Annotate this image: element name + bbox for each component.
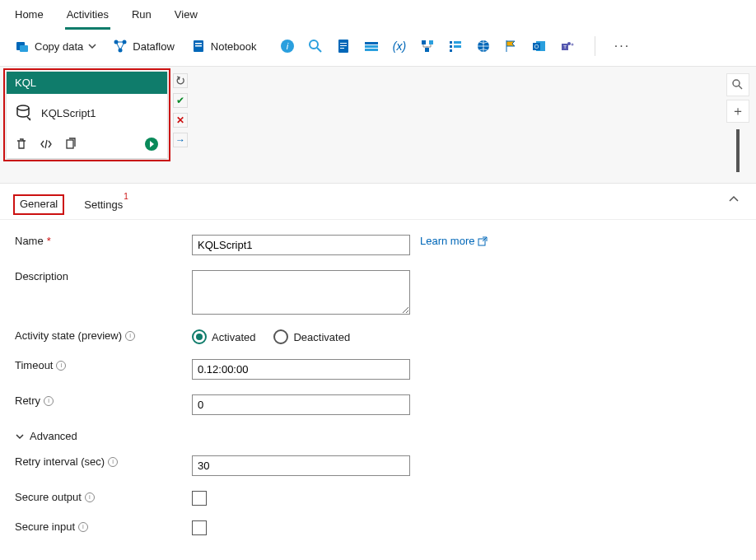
activity-state-label: Activity state (preview) i <box>15 329 192 342</box>
secure-output-checkbox[interactable] <box>192 491 207 506</box>
canvas-search-button[interactable] <box>726 73 749 96</box>
retry-label: Retry i <box>15 394 192 407</box>
toolbar-separator <box>595 36 595 56</box>
run-icon[interactable] <box>144 137 159 152</box>
success-icon[interactable]: ✔ <box>173 93 188 108</box>
details-tab-bar: General Settings1 <box>0 184 756 220</box>
svg-point-36 <box>17 105 29 110</box>
learn-more-link[interactable]: Learn more <box>420 235 488 247</box>
retry-interval-label: Retry interval (sec) i <box>15 455 192 468</box>
svg-text:(x): (x) <box>392 40 405 53</box>
svg-point-10 <box>310 40 318 49</box>
svg-rect-26 <box>454 45 461 48</box>
tab-general[interactable]: General <box>13 194 64 215</box>
svg-point-33 <box>571 44 573 46</box>
list-icon[interactable] <box>448 39 463 54</box>
svg-rect-27 <box>450 49 452 52</box>
tab-settings-badge: 1 <box>124 192 128 201</box>
svg-rect-6 <box>195 43 202 44</box>
svg-rect-13 <box>340 43 347 44</box>
activity-card-highlight: KQL KQLScript1 <box>3 68 170 161</box>
info-icon[interactable]: i <box>125 331 135 341</box>
top-tab-bar: Home Activities Run View <box>0 0 756 30</box>
error-icon[interactable]: ✕ <box>173 113 188 128</box>
canvas-zoom-bar[interactable] <box>736 129 740 172</box>
tab-activities[interactable]: Activities <box>65 7 110 30</box>
flag-icon[interactable] <box>504 39 519 54</box>
notebook-button[interactable]: Notebook <box>184 35 264 58</box>
svg-line-11 <box>317 48 321 52</box>
secure-output-label: Secure output i <box>15 491 192 503</box>
info-icon[interactable]: i <box>56 361 66 371</box>
copy-data-button[interactable]: Copy data <box>8 35 103 58</box>
svg-rect-1 <box>20 45 28 52</box>
name-input[interactable] <box>192 235 410 255</box>
pipeline-canvas[interactable]: KQL KQLScript1 ✔ ✕ → ＋ <box>0 67 756 184</box>
collapse-panel-icon[interactable] <box>728 195 740 203</box>
code-icon[interactable] <box>40 138 53 151</box>
script-icon[interactable] <box>336 39 351 54</box>
svg-rect-15 <box>340 48 344 49</box>
copy-data-label: Copy data <box>35 40 83 53</box>
copy-data-icon <box>15 39 30 54</box>
tab-home[interactable]: Home <box>13 7 45 30</box>
tab-settings[interactable]: Settings1 <box>79 194 133 219</box>
delete-icon[interactable] <box>15 138 28 151</box>
table-icon[interactable] <box>364 39 379 54</box>
search-icon[interactable] <box>308 39 323 54</box>
outlook-icon[interactable]: O <box>532 39 547 54</box>
activity-side-icons: ✔ ✕ → <box>173 73 188 147</box>
advanced-toggle[interactable]: Advanced <box>15 430 741 442</box>
tab-settings-label: Settings <box>84 198 123 211</box>
dataflow-icon <box>113 39 128 54</box>
svg-rect-37 <box>67 140 73 148</box>
skip-icon[interactable]: → <box>173 133 188 147</box>
timeout-label: Timeout i <box>15 359 192 371</box>
general-form: Name * Learn more Description Activity s… <box>0 220 756 560</box>
deactivated-radio[interactable]: Deactivated <box>273 329 350 344</box>
copy-icon[interactable] <box>64 138 77 151</box>
svg-text:O: O <box>534 44 539 49</box>
dataflow-button[interactable]: Dataflow <box>106 35 181 58</box>
notebook-label: Notebook <box>211 40 257 53</box>
description-input[interactable] <box>192 270 410 315</box>
svg-text:T: T <box>563 44 567 49</box>
svg-rect-25 <box>450 45 452 48</box>
dataflow-label: Dataflow <box>133 40 175 53</box>
svg-rect-17 <box>365 45 378 48</box>
retry-input[interactable] <box>192 394 410 415</box>
more-icon[interactable]: ··· <box>615 39 630 54</box>
variable-icon[interactable]: (x) <box>392 39 407 54</box>
info-icon[interactable]: i <box>44 396 54 406</box>
teams-icon[interactable]: T <box>560 39 575 54</box>
timeout-input[interactable] <box>192 359 410 380</box>
advanced-label: Advanced <box>30 430 77 442</box>
chevron-down-icon <box>88 44 96 49</box>
info-icon[interactable]: i <box>78 522 88 532</box>
pipeline-icon[interactable] <box>420 39 435 54</box>
undo-icon[interactable] <box>173 73 188 88</box>
svg-rect-23 <box>450 41 452 44</box>
activated-radio[interactable]: Activated <box>192 329 255 344</box>
info-icon[interactable]: i <box>280 39 295 54</box>
canvas-add-button[interactable]: ＋ <box>726 100 749 123</box>
activity-card-header: KQL <box>7 72 167 94</box>
activity-card[interactable]: KQL KQLScript1 <box>7 72 167 158</box>
database-icon <box>15 104 33 122</box>
svg-rect-18 <box>365 49 378 51</box>
secure-input-checkbox[interactable] <box>192 520 207 535</box>
name-label: Name * <box>15 235 192 247</box>
chevron-down-icon <box>15 432 25 441</box>
svg-rect-16 <box>365 42 378 44</box>
tab-view[interactable]: View <box>173 7 199 30</box>
globe-icon[interactable] <box>476 39 491 54</box>
svg-rect-22 <box>425 48 429 52</box>
svg-rect-14 <box>340 45 347 46</box>
svg-rect-7 <box>195 45 202 47</box>
notebook-icon <box>191 39 206 54</box>
info-icon[interactable]: i <box>85 492 95 502</box>
retry-interval-input[interactable] <box>192 455 410 476</box>
info-icon[interactable]: i <box>108 457 118 467</box>
external-link-icon <box>478 236 488 246</box>
tab-run[interactable]: Run <box>130 7 153 30</box>
